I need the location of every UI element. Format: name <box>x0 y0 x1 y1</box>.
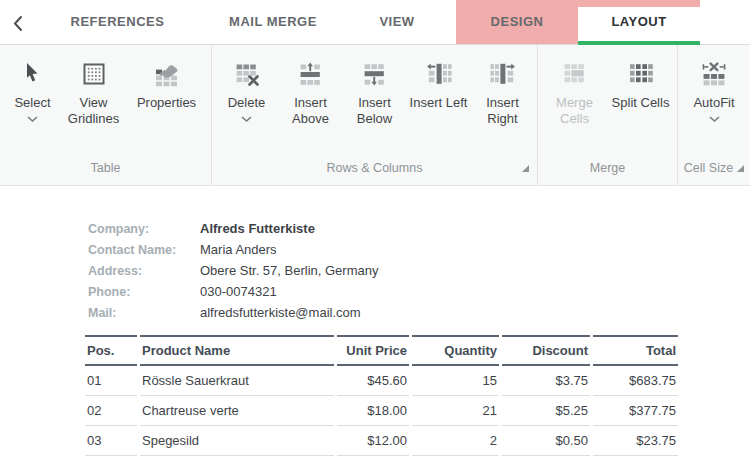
field-value-company: Alfreds Futterkiste <box>200 221 315 236</box>
cell-total: $377.75 <box>593 396 678 426</box>
merge-cells-button: Merge Cells <box>543 58 607 129</box>
merge-cells-button-label: Merge Cells <box>543 95 607 127</box>
table-row: 02 Chartreuse verte $18.00 21 $5.25 $377… <box>85 396 678 426</box>
ribbon-group-rows-columns: Delete Insert Above <box>212 45 538 185</box>
insert-row-above-icon <box>298 60 324 88</box>
invoice-table: Pos. Product Name Unit Price Quantity Di… <box>82 335 681 456</box>
cell-quantity: 21 <box>412 396 499 426</box>
cell-quantity: 2 <box>412 426 499 456</box>
insert-right-button-label: Insert Right <box>472 95 534 127</box>
col-header-quantity: Quantity <box>412 335 499 366</box>
ribbon-group-table: Select Vie <box>0 45 212 185</box>
cell-unit-price: $12.00 <box>337 426 409 456</box>
tab-references[interactable]: REFERENCES <box>60 0 175 44</box>
delete-table-icon <box>234 60 260 88</box>
insert-row-below-icon <box>362 60 388 88</box>
field-row: Address: Obere Str. 57, Berlin, Germany <box>88 260 750 281</box>
chevron-down-icon <box>241 114 252 122</box>
delete-button-label: Delete <box>228 95 266 111</box>
cell-pos: 03 <box>85 426 137 456</box>
tab-mail-merge[interactable]: MAIL MERGE <box>214 0 332 44</box>
insert-column-left-icon <box>426 60 452 88</box>
field-value-mail: alfredsfutterkiste@mail.com <box>200 305 361 320</box>
view-gridlines-button[interactable]: View Gridlines <box>61 58 127 129</box>
ribbon-group-cell-size: AutoFit Cell Size <box>678 45 750 185</box>
group-expander-icon[interactable] <box>737 165 744 172</box>
group-expander-icon[interactable] <box>522 165 529 172</box>
col-header-pos: Pos. <box>85 335 137 366</box>
insert-column-right-icon <box>490 60 516 88</box>
ribbon: Select Vie <box>0 45 750 186</box>
col-header-unit-price: Unit Price <box>337 335 409 366</box>
insert-left-button-label: Insert Left <box>410 95 468 111</box>
insert-left-button[interactable]: Insert Left <box>408 58 470 113</box>
group-label-table: Table <box>0 157 211 185</box>
col-header-total: Total <box>593 335 678 366</box>
group-label-rows-columns: Rows & Columns <box>212 157 537 185</box>
chevron-down-icon <box>709 114 720 122</box>
field-label-address: Address: <box>88 264 200 278</box>
cell-total: $23.75 <box>593 426 678 456</box>
view-gridlines-button-label: View Gridlines <box>61 95 127 127</box>
field-value-contact-name: Maria Anders <box>200 242 277 257</box>
split-cells-icon <box>628 60 654 88</box>
tab-bar: REFERENCES MAIL MERGE VIEW DESIGN LAYOUT <box>0 0 750 45</box>
col-header-discount: Discount <box>502 335 590 366</box>
group-label-merge: Merge <box>538 157 677 185</box>
autofit-button-label: AutoFit <box>693 95 734 111</box>
table-header-row: Pos. Product Name Unit Price Quantity Di… <box>85 335 678 366</box>
field-label-contact-name: Contact Name: <box>88 243 200 257</box>
insert-below-button-label: Insert Below <box>344 95 406 127</box>
chevron-down-icon <box>27 114 38 122</box>
insert-above-button[interactable]: Insert Above <box>280 58 342 129</box>
insert-above-button-label: Insert Above <box>280 95 342 127</box>
field-label-mail: Mail: <box>88 306 200 320</box>
cell-product-name: Chartreuse verte <box>140 396 334 426</box>
table-row: 03 Spegesild $12.00 2 $0.50 $23.75 <box>85 426 678 456</box>
field-row: Company: Alfreds Futterkiste <box>88 218 750 239</box>
back-chevron-icon[interactable] <box>10 13 25 37</box>
table-row: 01 Rössle Sauerkraut $45.60 15 $3.75 $68… <box>85 366 678 396</box>
cell-discount: $0.50 <box>502 426 590 456</box>
field-row: Mail: alfredsfutterkiste@mail.com <box>88 302 750 323</box>
split-cells-button[interactable]: Split Cells <box>609 58 673 113</box>
insert-below-button[interactable]: Insert Below <box>344 58 406 129</box>
cell-discount: $5.25 <box>502 396 590 426</box>
field-row: Contact Name: Maria Anders <box>88 239 750 260</box>
properties-button-label: Properties <box>137 95 196 111</box>
col-header-product-name: Product Name <box>140 335 334 366</box>
cell-quantity: 15 <box>412 366 499 396</box>
cell-unit-price: $45.60 <box>337 366 409 396</box>
group-label-cell-size: Cell Size <box>684 161 733 175</box>
select-button-label: Select <box>14 95 50 111</box>
properties-hand-icon <box>154 60 180 88</box>
cell-pos: 01 <box>85 366 137 396</box>
autofit-button[interactable]: AutoFit <box>682 58 746 124</box>
insert-right-button[interactable]: Insert Right <box>472 58 534 129</box>
properties-button[interactable]: Properties <box>129 58 205 113</box>
field-label-phone: Phone: <box>88 285 200 299</box>
document-canvas[interactable]: Company: Alfreds Futterkiste Contact Nam… <box>0 186 750 476</box>
cell-product-name: Spegesild <box>140 426 334 456</box>
field-value-phone: 030-0074321 <box>200 284 277 299</box>
cell-unit-price: $18.00 <box>337 396 409 426</box>
select-cursor-icon <box>20 60 46 88</box>
split-cells-button-label: Split Cells <box>612 95 670 111</box>
field-label-company: Company: <box>88 222 200 236</box>
tab-design[interactable]: DESIGN <box>459 0 575 44</box>
ribbon-group-merge: Merge Cells Split Cells <box>538 45 678 185</box>
view-gridlines-icon <box>81 60 107 88</box>
cell-discount: $3.75 <box>502 366 590 396</box>
field-value-address: Obere Str. 57, Berlin, Germany <box>200 263 378 278</box>
cell-product-name: Rössle Sauerkraut <box>140 366 334 396</box>
tab-view[interactable]: VIEW <box>345 0 449 44</box>
autofit-icon <box>701 60 727 88</box>
tab-layout[interactable]: LAYOUT <box>580 0 698 44</box>
cell-pos: 02 <box>85 396 137 426</box>
cell-total: $683.75 <box>593 366 678 396</box>
select-button[interactable]: Select <box>7 58 59 124</box>
delete-button[interactable]: Delete <box>216 58 278 124</box>
merge-cells-icon <box>562 60 588 88</box>
field-row: Phone: 030-0074321 <box>88 281 750 302</box>
contact-fields: Company: Alfreds Futterkiste Contact Nam… <box>88 218 750 323</box>
